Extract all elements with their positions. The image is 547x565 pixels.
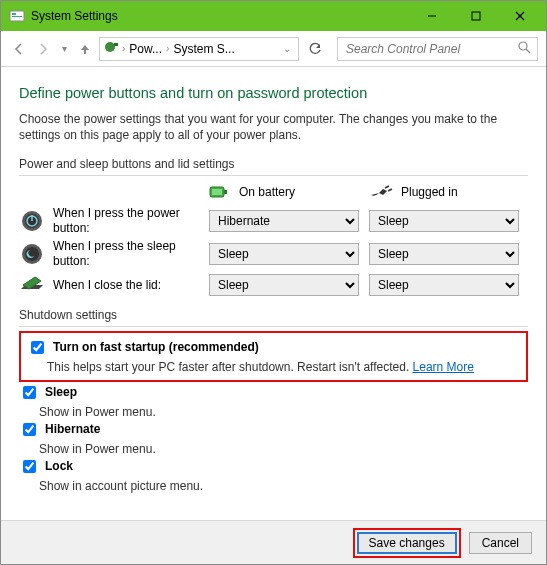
lock-title: Lock [45, 459, 73, 473]
cancel-button[interactable]: Cancel [469, 532, 532, 554]
sleep-desc: Show in Power menu. [39, 405, 528, 419]
hibernate-desc: Show in Power menu. [39, 442, 528, 456]
lid-icon [19, 272, 45, 298]
svg-line-10 [526, 49, 530, 53]
plug-icon [369, 185, 393, 199]
close-button[interactable] [498, 2, 542, 30]
row-sleep-button-label: When I press the sleep button: [53, 239, 209, 268]
history-dropdown[interactable]: ▾ [57, 43, 71, 54]
row-close-lid: When I close the lid: Sleep Sleep [19, 272, 528, 298]
breadcrumb-item[interactable]: System S... [171, 42, 236, 56]
row-close-lid-label: When I close the lid: [53, 278, 161, 292]
hibernate-title: Hibernate [45, 422, 100, 436]
control-panel-icon [104, 39, 120, 58]
svg-line-15 [388, 189, 392, 191]
svg-line-14 [385, 186, 389, 188]
lid-battery-select[interactable]: Sleep [209, 274, 359, 296]
toolbar: ▾ › Pow... › System S... ⌄ [1, 31, 546, 67]
divider [19, 175, 528, 176]
search-input[interactable] [344, 41, 518, 57]
chevron-right-icon: › [164, 43, 171, 54]
svg-point-7 [105, 42, 115, 52]
window-buttons [410, 2, 542, 30]
lock-checkbox[interactable] [23, 460, 36, 473]
save-highlight: Save changes [353, 528, 461, 558]
col-plugged-in: Plugged in [369, 185, 519, 199]
learn-more-link[interactable]: Learn More [413, 360, 474, 374]
maximize-button[interactable] [454, 2, 498, 30]
sleep-title: Sleep [45, 385, 77, 399]
col-on-battery: On battery [209, 184, 359, 200]
svg-rect-2 [12, 16, 22, 17]
divider [19, 326, 528, 327]
fast-startup-highlight: Turn on fast startup (recommended) This … [19, 331, 528, 382]
footer: Save changes Cancel [1, 520, 546, 564]
battery-icon [209, 184, 231, 200]
search-icon[interactable] [518, 41, 531, 57]
back-button[interactable] [9, 39, 29, 59]
sleep-checkbox[interactable] [23, 386, 36, 399]
breadcrumb-item[interactable]: Pow... [127, 42, 164, 56]
refresh-button[interactable] [303, 37, 327, 61]
address-dropdown[interactable]: ⌄ [280, 43, 294, 54]
up-button[interactable] [75, 39, 95, 59]
titlebar: System Settings [1, 1, 546, 31]
col-on-battery-label: On battery [239, 185, 295, 199]
svg-rect-8 [114, 43, 118, 46]
forward-button[interactable] [33, 39, 53, 59]
content-area: Define power buttons and turn on passwor… [1, 67, 546, 520]
svg-rect-4 [472, 12, 480, 20]
column-headers: On battery Plugged in [19, 184, 528, 200]
window-title: System Settings [31, 9, 410, 23]
power-button-plugged-select[interactable]: Sleep [369, 210, 519, 232]
power-button-icon [19, 208, 45, 234]
address-bar[interactable]: › Pow... › System S... ⌄ [99, 37, 299, 61]
window: System Settings ▾ › Pow... › System S...… [0, 0, 547, 565]
svg-rect-13 [212, 189, 222, 195]
row-power-button: When I press the power button: Hibernate… [19, 206, 528, 235]
svg-rect-1 [12, 13, 16, 15]
page-heading: Define power buttons and turn on passwor… [19, 85, 528, 101]
section-power-sleep-label: Power and sleep buttons and lid settings [19, 157, 528, 171]
row-sleep-button: When I press the sleep button: Sleep Sle… [19, 239, 528, 268]
sleep-button-battery-select[interactable]: Sleep [209, 243, 359, 265]
save-changes-button[interactable]: Save changes [357, 532, 457, 554]
lid-plugged-select[interactable]: Sleep [369, 274, 519, 296]
row-power-button-label: When I press the power button: [53, 206, 209, 235]
fast-startup-checkbox[interactable] [31, 341, 44, 354]
search-box[interactable] [337, 37, 538, 61]
fast-startup-title: Turn on fast startup (recommended) [53, 340, 259, 354]
hibernate-checkbox[interactable] [23, 423, 36, 436]
sleep-button-icon [19, 241, 45, 267]
app-icon [9, 8, 25, 24]
col-plugged-in-label: Plugged in [401, 185, 458, 199]
svg-rect-12 [224, 190, 227, 194]
section-shutdown-label: Shutdown settings [19, 308, 528, 322]
fast-startup-desc: This helps start your PC faster after sh… [47, 360, 520, 374]
chevron-right-icon: › [120, 43, 127, 54]
sleep-button-plugged-select[interactable]: Sleep [369, 243, 519, 265]
page-description: Choose the power settings that you want … [19, 111, 528, 143]
svg-point-9 [519, 42, 527, 50]
lock-desc: Show in account picture menu. [39, 479, 528, 493]
minimize-button[interactable] [410, 2, 454, 30]
power-button-battery-select[interactable]: Hibernate [209, 210, 359, 232]
